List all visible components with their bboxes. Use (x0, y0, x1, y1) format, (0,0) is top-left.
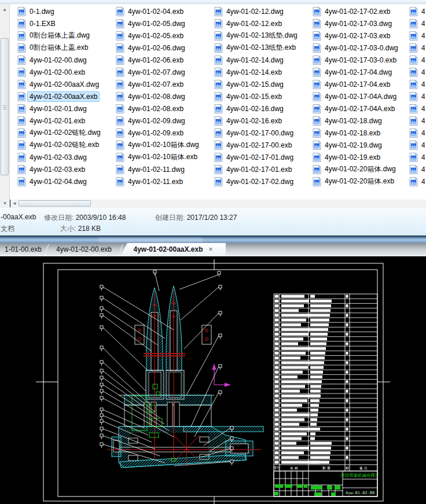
file-item[interactable]: 4 (409, 139, 425, 151)
file-item[interactable]: 4 (409, 54, 425, 66)
file-item[interactable]: 4yw-01-02-04.exb (116, 5, 214, 17)
file-name: 4yw-01-02-07.exb (126, 79, 186, 90)
file-item[interactable]: 4yw-01-02-10箱体.exb (116, 151, 214, 163)
file-item[interactable]: 4 (409, 115, 425, 127)
file-item[interactable]: 4yw-01-02-08.dwg (116, 90, 214, 102)
vertical-scrollbar[interactable]: ▲ (0, 4, 10, 207)
file-item[interactable]: 4yw-01-02-02链轮.exb (17, 139, 116, 151)
document-tab-bar: 1-01-00.exb4yw-01-02-00.exb4yw-01-02-00a… (0, 243, 426, 256)
file-item[interactable]: 4yw-01-02-03.dwg (17, 151, 116, 163)
file-item[interactable]: 0-1.dwg (17, 5, 116, 17)
file-item[interactable]: 4 (409, 42, 425, 54)
document-tab[interactable]: 1-01-00.exb (0, 243, 46, 256)
file-item[interactable]: 4yw-01-02-05.exb (116, 30, 214, 42)
horizontal-scrollbar[interactable]: ◄ (10, 200, 426, 207)
document-tab[interactable]: 4yw-01-02-00aaX.exb× (120, 243, 226, 256)
company-name: 潍坊双泰机械有限厂 (340, 473, 380, 478)
exb-file-icon (214, 7, 223, 16)
file-item[interactable]: 4yw-01-02-04.dwg (17, 175, 116, 187)
file-name: 4yw-01-02-17-01.dwg (224, 152, 296, 163)
horizontal-scroll-thumb[interactable] (19, 200, 91, 207)
file-item[interactable]: 4yw-01-02-19.exb (313, 151, 409, 163)
file-item[interactable]: 0割台箱体上盖.dwg (17, 30, 116, 42)
file-item[interactable]: 4yw-01-02-09.exb (116, 127, 214, 139)
file-item[interactable]: 4 (409, 90, 425, 102)
file-item[interactable]: 4 (409, 30, 425, 42)
file-item[interactable]: 4yw-01-02-17-04.exb (313, 78, 409, 90)
file-item[interactable]: 0割台箱体上盖.exb (17, 42, 116, 54)
file-item[interactable]: 4yw-01-02-17-04.dwg (313, 66, 409, 78)
cad-canvas[interactable]: 序号 名 称 数 量 材 备 注 (0, 256, 426, 504)
file-item[interactable]: 4 (409, 66, 425, 78)
file-item[interactable]: 4yw-01-02-11.exb (116, 175, 214, 187)
file-item[interactable]: 4yw-01-02-17-03.dwg (313, 17, 409, 30)
file-item[interactable]: 4 (409, 127, 425, 139)
file-item[interactable]: 4yw-01-02-01.dwg (17, 102, 116, 115)
file-name: 4yw-01-02-04.exb (126, 6, 186, 17)
tab-close-icon[interactable]: × (209, 245, 213, 253)
file-item[interactable]: 4yw-01-02-19.dwg (313, 139, 409, 151)
file-item[interactable]: 4yw-01-02-17-03.exb (313, 30, 409, 42)
file-item[interactable]: 4yw-01-02-00.exb (17, 66, 116, 78)
file-item[interactable]: 4yw-01-02-12.dwg (214, 5, 313, 17)
exb-file-icon (409, 92, 418, 101)
file-item[interactable]: 4yw-01-02-17-00.dwg (214, 127, 313, 139)
file-item[interactable]: 4yw-01-02-15.exb (214, 90, 313, 102)
file-item[interactable]: 4yw-01-02-07.exb (116, 78, 214, 90)
file-item[interactable]: 4yw-01-02-03.exb (17, 163, 116, 175)
file-item[interactable]: 4yw-01-02-17-02.exb (313, 5, 409, 17)
file-item[interactable]: 4yw-01-02-18.dwg (313, 115, 409, 127)
file-item[interactable]: 4yw-01-02-08.exb (116, 102, 214, 115)
file-item[interactable]: 4yw-01-02-17-04A.exb (313, 102, 409, 115)
file-item[interactable]: 4yw-01-02-01.exb (17, 115, 116, 127)
file-item[interactable]: 4 (409, 78, 425, 90)
file-item[interactable]: 4yw-01-02-14.exb (214, 66, 313, 78)
file-name: 4 (419, 31, 425, 41)
file-item[interactable]: 4yw-01-02-10箱体.dwg (116, 139, 214, 151)
file-item[interactable]: 4yw-01-02-13纸垫.exb (214, 42, 313, 54)
scroll-up-button[interactable]: ▲ (1, 5, 9, 14)
file-item[interactable]: 4yw-01-02-11.dwg (116, 163, 214, 175)
file-item[interactable]: 4 (409, 163, 425, 175)
file-item[interactable]: 4yw-01-02-07.dwg (116, 66, 214, 78)
file-item[interactable]: 4yw-01-02-17-01.dwg (214, 151, 313, 163)
scroll-left-button[interactable]: ◄ (10, 200, 19, 207)
file-item[interactable]: 4yw-01-02-09.dwg (116, 115, 214, 127)
file-item[interactable]: 4yw-01-02-17-02.dwg (214, 175, 313, 187)
file-item[interactable]: 4 (409, 17, 425, 30)
file-item[interactable]: 0-1.EXB (17, 17, 116, 30)
document-tab[interactable]: 4yw-01-02-00.exb (47, 243, 120, 256)
vertical-scroll-thumb[interactable] (1, 38, 9, 175)
file-item[interactable]: 4yw-01-02-02链轮.dwg (17, 127, 116, 139)
file-item[interactable]: 4yw-01-02-20箱体.dwg (313, 163, 409, 175)
file-item[interactable]: 4yw-01-02-17-03-0.dwg (313, 42, 409, 54)
file-item[interactable]: 4yw-01-02-06.dwg (116, 42, 214, 54)
file-item[interactable]: 4 (409, 102, 425, 115)
file-item[interactable]: 4yw-01-02-17-01.exb (214, 163, 313, 175)
file-item[interactable]: 4 (409, 5, 425, 17)
file-item[interactable]: 4yw-01-02-15.dwg (214, 78, 313, 90)
file-item[interactable]: 4yw-01-02-17-00.exb (214, 139, 313, 151)
file-item[interactable]: 4yw-01-02-00aaX.exb (17, 90, 116, 102)
file-item[interactable]: 4 (409, 151, 425, 163)
file-name: 4yw-01-02-18.dwg (322, 116, 384, 126)
file-item[interactable]: 4yw-01-02-00aaX.dwg (17, 78, 116, 90)
file-item[interactable]: 4yw-01-02-14.dwg (214, 54, 313, 66)
file-item[interactable]: 4yw-01-02-17-03-0.exb (313, 54, 409, 66)
file-item[interactable]: 4yw-01-02-18.exb (313, 127, 409, 139)
file-item[interactable]: 4yw-01-02-00.dwg (17, 54, 116, 66)
file-item[interactable]: 4yw-01-02-20箱体.exb (313, 175, 409, 187)
file-name: 4yw-01-02-03.exb (27, 164, 87, 175)
file-item[interactable]: 4yw-01-02-17-04A.dwg (313, 90, 409, 102)
file-item[interactable]: 4 (409, 175, 425, 187)
scroll-down-button[interactable]: ▼ (0, 200, 10, 207)
file-item[interactable]: 4yw-01-02-06.exb (116, 54, 214, 66)
exb-file-icon (17, 31, 26, 41)
file-item[interactable]: 4yw-01-02-16.exb (214, 115, 313, 127)
file-item[interactable]: 4yw-01-02-05.dwg (116, 17, 214, 30)
file-item[interactable]: 4yw-01-02-12.exb (214, 17, 313, 30)
file-item[interactable]: 4yw-01-02-13纸垫.dwg (214, 30, 313, 42)
file-item[interactable]: 4yw-01-02-16.dwg (214, 102, 313, 115)
file-name: 4 (419, 140, 425, 150)
exb-file-icon (313, 177, 321, 186)
